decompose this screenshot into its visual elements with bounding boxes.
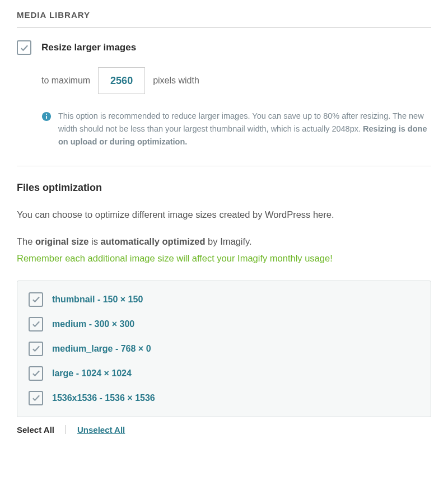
max-prefix-label: to maximum (41, 76, 90, 86)
check-icon (31, 319, 41, 329)
check-icon (31, 344, 41, 353)
size-checkbox[interactable] (29, 292, 43, 307)
size-checkbox[interactable] (29, 317, 43, 331)
image-sizes-box: thumbnail - 150 × 150 medium - 300 × 300… (17, 281, 431, 417)
files-opt-line2: The original size is automatically optim… (17, 234, 431, 249)
max-width-input[interactable] (98, 67, 145, 94)
resize-checkbox-row: Resize larger images (17, 40, 431, 55)
check-icon (31, 368, 41, 378)
resize-info: This option is recommended to reduce lar… (41, 110, 431, 149)
size-item: thumbnail - 150 × 150 (29, 292, 419, 307)
size-item: large - 1024 × 1024 (29, 366, 419, 381)
resize-section: Resize larger images to maximum pixels w… (17, 28, 431, 166)
size-label[interactable]: 1536x1536 - 1536 × 1536 (52, 393, 155, 403)
size-checkbox[interactable] (29, 342, 43, 356)
size-item: medium_large - 768 × 0 (29, 342, 419, 356)
select-actions-row: Select All Unselect All (17, 425, 431, 435)
max-width-row: to maximum pixels width (41, 67, 431, 94)
svg-rect-1 (46, 116, 47, 119)
divider (66, 425, 66, 434)
section-header: MEDIA LIBRARY (17, 0, 431, 28)
line2-b1: original size (35, 236, 88, 246)
size-item: 1536x1536 - 1536 × 1536 (29, 391, 419, 405)
check-icon (31, 393, 41, 403)
info-icon (41, 111, 52, 122)
size-label[interactable]: medium - 300 × 300 (52, 319, 134, 329)
size-item: medium - 300 × 300 (29, 317, 419, 331)
resize-checkbox[interactable] (17, 40, 31, 55)
size-label[interactable]: medium_large - 768 × 0 (52, 344, 151, 354)
info-text: This option is recommended to reduce lar… (58, 110, 431, 149)
check-icon (20, 43, 29, 53)
size-checkbox[interactable] (29, 366, 43, 381)
line2-suffix: by Imagify. (206, 236, 252, 246)
files-opt-heading: Files optimization (17, 182, 431, 194)
svg-point-2 (46, 114, 47, 115)
files-opt-intro: You can choose to optimize different ima… (17, 207, 431, 222)
files-optimization-section: Files optimization You can choose to opt… (17, 166, 431, 435)
unselect-all-link[interactable]: Unselect All (77, 425, 125, 435)
files-opt-warning: Remember each additional image size will… (17, 251, 431, 265)
resize-checkbox-label: Resize larger images (41, 42, 136, 53)
max-suffix-label: pixels width (153, 76, 199, 86)
size-checkbox[interactable] (29, 391, 43, 405)
line2-mid: is (88, 236, 100, 246)
line2-b2: automatically optimized (100, 236, 205, 246)
size-label[interactable]: large - 1024 × 1024 (52, 368, 132, 379)
size-label[interactable]: thumbnail - 150 × 150 (52, 295, 143, 305)
check-icon (31, 295, 41, 304)
select-all-link[interactable]: Select All (17, 425, 54, 435)
line2-prefix: The (17, 236, 35, 246)
